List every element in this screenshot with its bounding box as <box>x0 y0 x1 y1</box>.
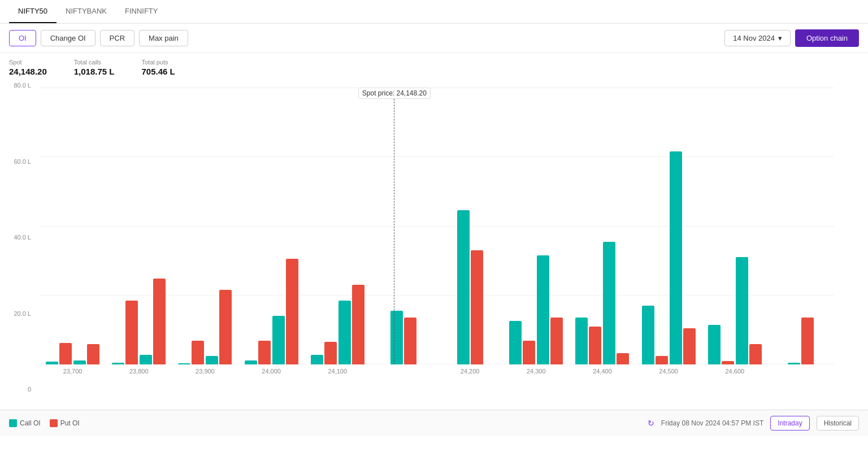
x-axis-label: 23,800 <box>106 368 172 375</box>
spot-label: Spot <box>9 59 47 66</box>
put-bar <box>153 279 166 364</box>
footer: Call OI Put OI ↻ Friday 08 Nov 2024 04:5… <box>0 410 868 436</box>
y-axis-label: 0 <box>0 386 31 393</box>
strike-group <box>636 151 702 364</box>
put-bar <box>523 341 535 364</box>
chart-area: 23,70023,80023,90024,00024,10024,20024,3… <box>40 88 834 381</box>
x-axis-label: 24,200 <box>437 368 503 375</box>
put-bar <box>59 343 72 364</box>
date-label: 14 Nov 2024 <box>733 34 775 42</box>
put-bar <box>749 344 762 364</box>
y-axis: 020.0 L40.0 L60.0 L80.0 L <box>0 82 31 393</box>
date-selector[interactable]: 14 Nov 2024 <box>724 30 791 46</box>
bar-pair <box>178 341 204 364</box>
put-bar <box>683 328 696 364</box>
btn-oi[interactable]: OI <box>9 30 36 46</box>
top-nav: NIFTY50NIFTYBANKFINNIFTY <box>0 0 868 24</box>
bar-pair <box>206 290 232 364</box>
nav-tab-niftybank[interactable]: NIFTYBANK <box>57 0 116 23</box>
refresh-icon[interactable]: ↻ <box>648 419 654 428</box>
spot-value: 24,148.20 <box>9 67 47 76</box>
put-bar <box>219 290 232 364</box>
chevron-down-icon <box>778 34 782 42</box>
strike-group <box>238 259 305 364</box>
put-bar <box>324 342 337 364</box>
call-bar <box>537 255 549 364</box>
x-axis-label: 24,500 <box>636 368 702 375</box>
bar-pair <box>73 344 99 364</box>
bar-pair <box>670 151 696 364</box>
bar-pair <box>140 279 166 364</box>
strike-group <box>702 257 768 364</box>
call-bar <box>736 257 748 364</box>
strike-group <box>503 255 569 364</box>
intraday-button[interactable]: Intraday <box>770 416 809 431</box>
x-axis-label: 24,300 <box>503 368 569 375</box>
call-bar <box>245 360 257 364</box>
call-oi-label: Call OI <box>20 419 41 427</box>
x-axis-label: 24,600 <box>702 368 768 375</box>
nav-tab-nifty50[interactable]: NIFTY50 <box>9 0 57 23</box>
timestamp-label: Friday 08 Nov 2024 04:57 PM IST <box>661 419 763 427</box>
put-oi-legend: Put OI <box>50 419 80 427</box>
bar-pair <box>537 255 563 364</box>
strike-group <box>437 210 503 364</box>
nav-tab-finnifty[interactable]: FINNIFTY <box>116 0 167 23</box>
put-bar <box>258 341 271 364</box>
btn-pcr[interactable]: PCR <box>100 30 134 46</box>
total-calls-value: 1,018.75 L <box>74 67 115 76</box>
put-bar <box>192 341 204 364</box>
put-bar <box>471 250 483 364</box>
bar-pair <box>575 318 601 364</box>
bar-pair <box>311 342 337 364</box>
bar-pair <box>338 285 364 364</box>
bar-pair <box>708 325 734 364</box>
total-calls-label: Total calls <box>74 59 115 66</box>
call-bar <box>206 356 218 364</box>
strike-group <box>106 279 172 364</box>
x-axis-label: 24,000 <box>238 368 305 375</box>
y-axis-label: 20.0 L <box>0 310 31 317</box>
bar-pair <box>272 259 298 364</box>
y-axis-label: 40.0 L <box>0 234 31 241</box>
call-oi-legend: Call OI <box>9 419 41 427</box>
total-puts-stat: Total puts 705.46 L <box>141 59 175 76</box>
toolbar: OIChange OIPCRMax pain 14 Nov 2024 Optio… <box>0 24 868 53</box>
bar-pair <box>390 311 416 364</box>
btn-change-oi[interactable]: Change OI <box>41 30 96 46</box>
put-bar <box>801 318 814 364</box>
call-bar <box>457 210 470 364</box>
bar-pair <box>603 242 629 364</box>
put-bar <box>550 318 563 364</box>
call-bar <box>140 355 152 364</box>
put-bar <box>286 259 298 364</box>
strike-group <box>371 311 437 364</box>
x-axis-label: 24,400 <box>569 368 635 375</box>
strike-group <box>305 285 371 364</box>
historical-button[interactable]: Historical <box>817 416 859 431</box>
footer-right: ↻ Friday 08 Nov 2024 04:57 PM IST Intrad… <box>648 416 859 431</box>
bar-pair <box>509 321 535 364</box>
bar-pair <box>112 301 138 364</box>
btn-max-pain[interactable]: Max pain <box>139 30 188 46</box>
call-bar <box>73 360 86 364</box>
call-oi-swatch <box>9 419 17 427</box>
put-bar <box>589 327 601 364</box>
call-bar <box>390 311 403 364</box>
put-bar <box>87 344 99 364</box>
total-calls-stat: Total calls 1,018.75 L <box>74 59 115 76</box>
put-bar <box>404 318 416 364</box>
call-bar <box>708 325 721 364</box>
put-oi-swatch <box>50 419 58 427</box>
strike-group <box>569 242 635 364</box>
option-chain-button[interactable]: Option chain <box>795 29 859 47</box>
spot-stat: Spot 24,148.20 <box>9 59 47 76</box>
bar-pair <box>736 257 762 364</box>
x-axis-label: 23,900 <box>172 368 238 375</box>
put-bar <box>125 301 138 364</box>
put-bar <box>656 356 668 364</box>
bar-pair <box>457 210 483 364</box>
total-puts-value: 705.46 L <box>141 67 175 76</box>
call-bar <box>509 321 522 364</box>
x-axis-label: 24,100 <box>305 368 371 375</box>
